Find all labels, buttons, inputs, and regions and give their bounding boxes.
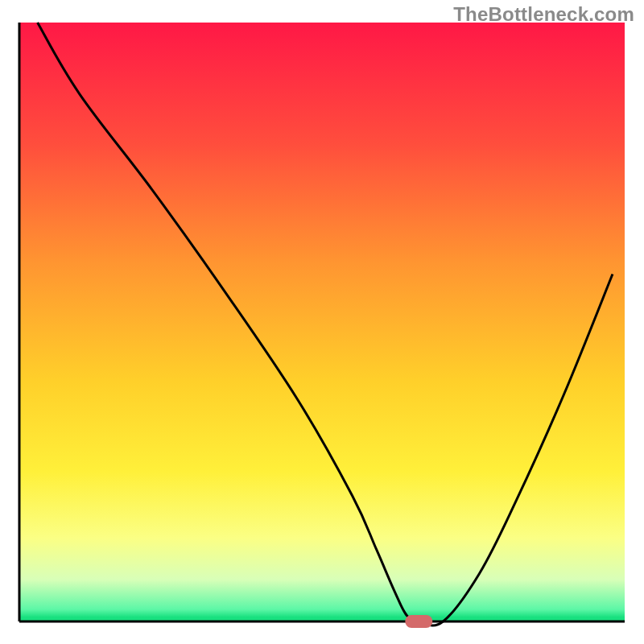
plot-background <box>19 23 625 621</box>
chart-svg <box>0 0 644 644</box>
watermark-label: TheBottleneck.com <box>453 3 634 26</box>
optimal-marker <box>405 615 432 628</box>
chart-frame: TheBottleneck.com <box>0 0 644 644</box>
